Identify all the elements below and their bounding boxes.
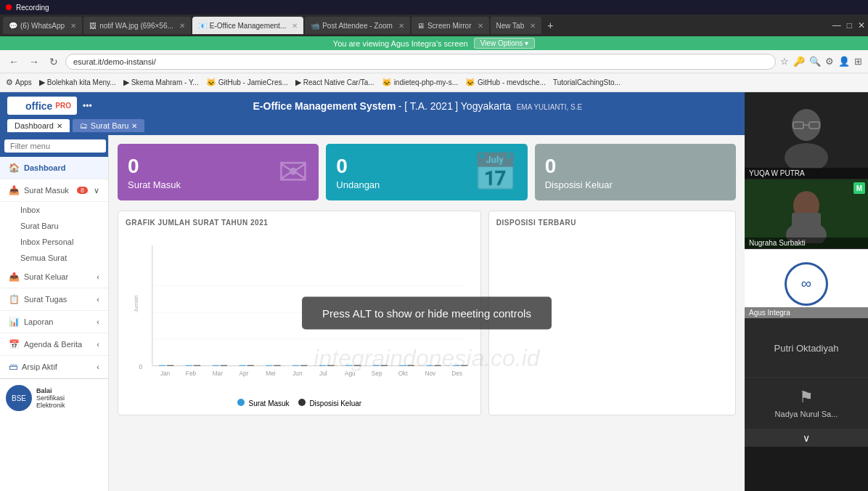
- tab-zoom-close[interactable]: ✕: [398, 22, 404, 30]
- sidebar-item-surat-tugas[interactable]: 📋 Surat Tugas ‹: [0, 288, 108, 311]
- tab-eoffice-close[interactable]: ✕: [292, 22, 298, 30]
- maximize-icon[interactable]: □: [847, 20, 852, 31]
- bookmark-react[interactable]: ▶ React Native Car/Ta...: [295, 78, 374, 87]
- chart-title: GRAFIK JUMLAH SURAT TAHUN 2021: [126, 219, 473, 227]
- url-input[interactable]: esurat.it/demo-instansi/: [65, 54, 776, 70]
- bookmark-skema-label: Skema Mahram - Y...: [131, 78, 199, 86]
- zoom-scroll-down[interactable]: ∨: [745, 429, 868, 447]
- agus-name-bar: Agus Integra: [745, 307, 868, 318]
- bookmark-skema[interactable]: ▶ Skema Mahram - Y...: [123, 78, 199, 87]
- settings-icon[interactable]: ⚙: [825, 56, 834, 67]
- integra-logo-symbol: ∞: [801, 275, 811, 292]
- eoffice-tab-icon: 📧: [198, 22, 207, 30]
- bookmark-bolehkah-label: Bolehkah kita Meny...: [47, 78, 116, 86]
- tab-newtab-label: New Tab: [496, 22, 525, 30]
- whatsapp-icon: 💬: [9, 22, 17, 30]
- svg-rect-21: [354, 365, 361, 366]
- sidebar-item-surat-keluar[interactable]: 📤 Surat Keluar ‹: [0, 266, 108, 288]
- tab-whatsapp[interactable]: 💬 (6) WhatsApp ✕: [3, 17, 82, 34]
- sidebar-filter-container: [0, 135, 108, 157]
- sidebar-semua-surat[interactable]: Semua Surat: [0, 250, 108, 266]
- yuqa-avatar-svg: [777, 103, 835, 169]
- tab-zoom[interactable]: 📹 Post Attendee - Zoom ✕: [305, 17, 410, 34]
- tab-dashboard[interactable]: Dashboard ✕: [7, 119, 70, 132]
- profile-icon[interactable]: 👤: [838, 56, 850, 67]
- eoffice-app-name: E-Office Management System: [253, 100, 396, 112]
- nugraha-m-badge: M: [853, 182, 865, 194]
- tab-notif-label: notif WA.jpg (696×56...: [99, 22, 173, 30]
- notif-icon: 🖼: [89, 22, 97, 30]
- extension-icon1[interactable]: 🔑: [793, 56, 805, 67]
- tab-mirror-close[interactable]: ✕: [478, 22, 483, 30]
- forward-button[interactable]: →: [26, 54, 42, 69]
- bookmarks-bar: ⚙ Apps ▶ Bolehkah kita Meny... ▶ Skema M…: [0, 73, 868, 92]
- tab-notif[interactable]: 🖼 notif WA.jpg (696×56... ✕: [83, 17, 191, 34]
- agenda-arrow: ‹: [97, 340, 99, 349]
- close-icon[interactable]: ✕: [858, 20, 865, 31]
- inbox-icon: 📥: [9, 185, 20, 195]
- surat-tugas-arrow: ‹: [97, 295, 99, 304]
- sidebar-item-agenda[interactable]: 📅 Agenda & Berita ‹: [0, 333, 108, 356]
- tab-mirror[interactable]: 🖥 Screen Mirror ✕: [412, 17, 489, 34]
- sidebar-inbox[interactable]: Inbox: [0, 202, 108, 218]
- eoffice-content: 🏠 Dashboard 📥 Surat Masuk 8 ∨ Inbox Sura…: [0, 135, 745, 491]
- refresh-button[interactable]: ↻: [46, 54, 61, 69]
- arsip-arrow: ‹: [97, 362, 99, 371]
- bookmark-tutorial[interactable]: TutorialCachingSto...: [553, 78, 621, 86]
- sidebar-item-dashboard[interactable]: 🏠 Dashboard: [0, 157, 108, 179]
- bookmark-indieteq[interactable]: 🐱 indieteq-php-my-s...: [382, 78, 458, 87]
- bookmark-github1-label: GitHub - JamieCres...: [218, 78, 288, 86]
- legend-surat-masuk: Surat Masuk: [237, 399, 290, 407]
- bookmark-star-icon[interactable]: ☆: [780, 56, 789, 67]
- tab-notif-close[interactable]: ✕: [179, 22, 185, 30]
- tab-surat-icon: 🗂: [80, 121, 88, 130]
- url-text: esurat.it/demo-instansi/: [73, 57, 156, 66]
- tab-newtab[interactable]: New Tab ✕: [491, 17, 542, 34]
- apps-icon: ⚙: [6, 78, 13, 87]
- search-icon[interactable]: 🔍: [809, 56, 821, 67]
- chart-legend: Surat Masuk Disposisi Keluar: [126, 399, 473, 407]
- filter-menu-input[interactable]: [4, 139, 106, 153]
- tab-dashboard-label: Dashboard: [15, 121, 54, 130]
- sidebar-item-surat-masuk[interactable]: 📥 Surat Masuk 8 ∨: [0, 179, 108, 202]
- sidebar-item-laporan[interactable]: 📊 Laporan ‹: [0, 311, 108, 333]
- sidebar-surat-tugas-label: Surat Tugas: [24, 295, 67, 304]
- participant-putri: Putri Oktadiyah: [745, 319, 868, 378]
- bookmark-bolehkah[interactable]: ▶ Bolehkah kita Meny...: [39, 78, 116, 87]
- new-tab-button[interactable]: +: [543, 20, 557, 31]
- bookmark-tutorial-label: TutorialCachingSto...: [553, 78, 621, 86]
- stat-undangan-number: 0: [336, 155, 380, 178]
- svg-rect-8: [186, 365, 192, 366]
- tab-whatsapp-close[interactable]: ✕: [70, 22, 76, 30]
- zoom-view-options-button[interactable]: View Options ▾: [474, 38, 536, 49]
- bookmark-apps[interactable]: ⚙ Apps: [6, 78, 32, 87]
- recording-dot: [6, 4, 12, 10]
- svg-rect-22: [373, 365, 380, 366]
- bse-subtitle1: Sertifikasi: [36, 394, 65, 402]
- minimize-icon[interactable]: —: [832, 20, 841, 31]
- browser-controls: — □ ✕: [832, 20, 865, 31]
- zoom-tab-icon: 📹: [311, 22, 319, 30]
- extension-icon2[interactable]: ⊞: [854, 56, 862, 67]
- back-button[interactable]: ←: [6, 54, 22, 69]
- tab-eoffice[interactable]: 📧 E-Office Management... ✕: [192, 17, 303, 34]
- sidebar-agenda-label: Agenda & Berita: [24, 340, 82, 349]
- eoffice-user: EMA YULIANTI, S.E: [517, 103, 582, 111]
- tab-newtab-close[interactable]: ✕: [530, 22, 536, 30]
- sidebar-item-arsip[interactable]: 🗃 Arsip Aktif ‹: [0, 356, 108, 378]
- sidebar-inbox-personal[interactable]: Inbox Personal: [0, 234, 108, 250]
- tab-dashboard-close[interactable]: ✕: [57, 122, 62, 130]
- bookmark-github1[interactable]: 🐱 GitHub - JamieCres...: [206, 78, 288, 87]
- sidebar-surat-baru[interactable]: Surat Baru: [0, 218, 108, 234]
- header-dots: •••: [83, 101, 92, 111]
- zoom-overlay-text: Press ALT to show or hide meeting contro…: [322, 307, 531, 320]
- tab-surat-close[interactable]: ✕: [131, 122, 137, 130]
- svg-rect-20: [346, 365, 353, 366]
- mirror-tab-icon: 🖥: [417, 22, 425, 30]
- surat-masuk-stat-icon: ✉: [278, 151, 308, 193]
- bookmark-github2[interactable]: 🐱 GitHub - mevdsche...: [465, 78, 546, 87]
- svg-text:Agu: Agu: [345, 370, 356, 377]
- svg-text:Sep: Sep: [372, 370, 382, 377]
- yt-icon1: ▶: [39, 78, 45, 87]
- tab-surat-baru[interactable]: 🗂 Surat Baru ✕: [73, 119, 145, 132]
